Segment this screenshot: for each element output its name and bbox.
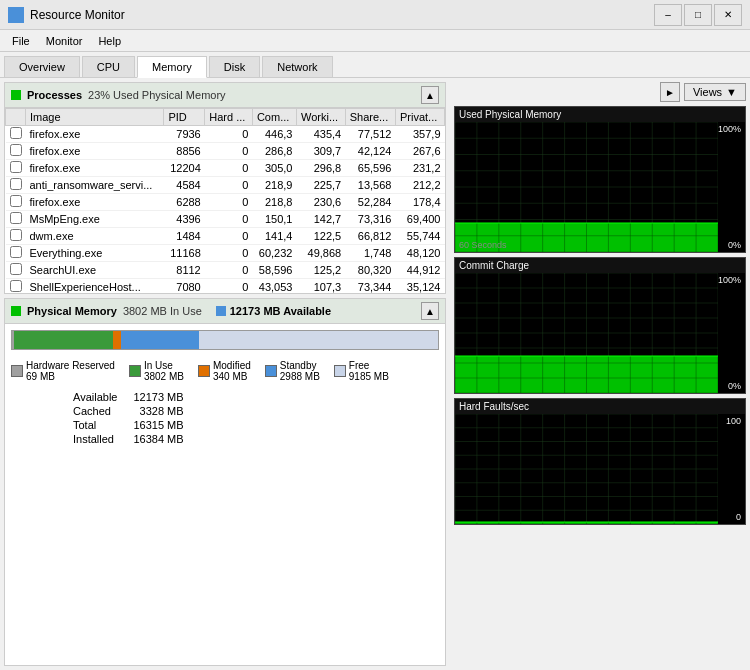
col-com[interactable]: Com... [252, 109, 296, 126]
cell-image: firefox.exe [26, 126, 164, 143]
row-checkbox[interactable] [10, 263, 22, 275]
tab-network[interactable]: Network [262, 56, 332, 77]
cell-pid: 4584 [164, 177, 205, 194]
row-checkbox[interactable] [10, 229, 22, 241]
table-row[interactable]: firefox.exe 6288 0 218,8 230,6 52,284 17… [6, 194, 445, 211]
processes-header: Processes 23% Used Physical Memory ▲ [5, 83, 445, 108]
chart-section: Commit Charge100%0% [454, 257, 746, 394]
minimize-button[interactable]: – [654, 4, 682, 26]
cell-image: firefox.exe [26, 160, 164, 177]
stat-value: 12173 MB [125, 390, 191, 404]
cell-com: 141,4 [252, 228, 296, 245]
menu-help[interactable]: Help [90, 33, 129, 49]
row-checkbox[interactable] [10, 161, 22, 173]
col-pid[interactable]: PID [164, 109, 205, 126]
cell-pid: 8112 [164, 262, 205, 279]
right-panel-inner: ► Views ▼ Used Physical Memory100%0%60 S… [454, 82, 746, 666]
cell-priv: 55,744 [395, 228, 444, 245]
menu-file[interactable]: File [4, 33, 38, 49]
cell-hard: 0 [205, 194, 253, 211]
chart-canvas [455, 122, 718, 252]
col-checkbox[interactable] [6, 109, 26, 126]
table-row[interactable]: Everything.exe 11168 0 60,232 49,868 1,7… [6, 245, 445, 262]
row-checkbox[interactable] [10, 246, 22, 258]
row-checkbox[interactable] [10, 280, 22, 292]
table-row[interactable]: ShellExperienceHost... 7080 0 43,053 107… [6, 279, 445, 294]
chart-area: 100%0%60 Seconds [455, 122, 745, 252]
cell-image: anti_ransomware_servi... [26, 177, 164, 194]
cell-work: 142,7 [296, 211, 345, 228]
legend-item: Hardware Reserved69 MB [11, 360, 115, 382]
physical-memory-header: Physical Memory 3802 MB In Use 12173 MB … [5, 299, 445, 324]
cell-priv: 69,400 [395, 211, 444, 228]
col-priv[interactable]: Privat... [395, 109, 444, 126]
legend-text: Standby2988 MB [280, 360, 320, 382]
maximize-button[interactable]: □ [684, 4, 712, 26]
table-row[interactable]: firefox.exe 7936 0 446,3 435,4 77,512 35… [6, 126, 445, 143]
col-share[interactable]: Share... [345, 109, 395, 126]
cell-work: 225,7 [296, 177, 345, 194]
tab-memory[interactable]: Memory [137, 56, 207, 78]
row-checkbox[interactable] [10, 127, 22, 139]
legend-color-box [265, 365, 277, 377]
cell-priv: 35,124 [395, 279, 444, 294]
cell-image: SearchUI.exe [26, 262, 164, 279]
physical-memory-collapse-btn[interactable]: ▲ [421, 302, 439, 320]
phys-mem-available: 12173 MB Available [230, 305, 331, 317]
stat-label: Cached [65, 404, 125, 418]
mem-stats: Available12173 MBCached3328 MBTotal16315… [5, 386, 445, 450]
processes-table-scroll[interactable]: Image PID Hard ... Com... Worki... Share… [5, 108, 445, 293]
cell-priv: 178,4 [395, 194, 444, 211]
views-dropdown-icon: ▼ [726, 86, 737, 98]
cell-work: 230,6 [296, 194, 345, 211]
table-row[interactable]: firefox.exe 12204 0 305,0 296,8 65,596 2… [6, 160, 445, 177]
stat-label: Available [65, 390, 125, 404]
views-label: Views [693, 86, 722, 98]
cell-share: 13,568 [345, 177, 395, 194]
processes-collapse-btn[interactable]: ▲ [421, 86, 439, 104]
legend-item: Standby2988 MB [265, 360, 320, 382]
legend-color-box [198, 365, 210, 377]
cell-image: firefox.exe [26, 143, 164, 160]
col-work[interactable]: Worki... [296, 109, 345, 126]
col-hard[interactable]: Hard ... [205, 109, 253, 126]
legend-text: Free9185 MB [349, 360, 389, 382]
cell-pid: 12204 [164, 160, 205, 177]
col-image[interactable]: Image [26, 109, 164, 126]
close-button[interactable]: ✕ [714, 4, 742, 26]
chart-section: Hard Faults/sec1000 [454, 398, 746, 525]
cell-pid: 8856 [164, 143, 205, 160]
row-checkbox[interactable] [10, 178, 22, 190]
views-button[interactable]: Views ▼ [684, 83, 746, 101]
table-row[interactable]: anti_ransomware_servi... 4584 0 218,9 22… [6, 177, 445, 194]
mem-stat-row: Cached3328 MB [65, 404, 192, 418]
stat-value: 3328 MB [125, 404, 191, 418]
expand-button[interactable]: ► [660, 82, 680, 102]
cell-image: dwm.exe [26, 228, 164, 245]
row-checkbox[interactable] [10, 195, 22, 207]
cell-image: MsMpEng.exe [26, 211, 164, 228]
tab-cpu[interactable]: CPU [82, 56, 135, 77]
row-checkbox[interactable] [10, 212, 22, 224]
cell-image: firefox.exe [26, 194, 164, 211]
phys-mem-inuse: 3802 MB In Use [123, 305, 202, 317]
table-row[interactable]: firefox.exe 8856 0 286,8 309,7 42,124 26… [6, 143, 445, 160]
menu-monitor[interactable]: Monitor [38, 33, 91, 49]
chart-bottom-label: 0% [728, 381, 741, 391]
mem-stat-row: Installed16384 MB [65, 432, 192, 446]
cell-hard: 0 [205, 279, 253, 294]
processes-status: 23% Used Physical Memory [88, 89, 226, 101]
table-row[interactable]: SearchUI.exe 8112 0 58,596 125,2 80,320 … [6, 262, 445, 279]
mem-bar-container [5, 324, 445, 356]
cell-share: 66,812 [345, 228, 395, 245]
table-row[interactable]: MsMpEng.exe 4396 0 150,1 142,7 73,316 69… [6, 211, 445, 228]
row-checkbox[interactable] [10, 144, 22, 156]
cell-com: 305,0 [252, 160, 296, 177]
table-row[interactable]: dwm.exe 1484 0 141,4 122,5 66,812 55,744 [6, 228, 445, 245]
tab-disk[interactable]: Disk [209, 56, 260, 77]
cell-com: 218,9 [252, 177, 296, 194]
cell-share: 77,512 [345, 126, 395, 143]
menu-bar: File Monitor Help [0, 30, 750, 52]
chart-time-label: 60 Seconds [459, 240, 507, 250]
tab-overview[interactable]: Overview [4, 56, 80, 77]
